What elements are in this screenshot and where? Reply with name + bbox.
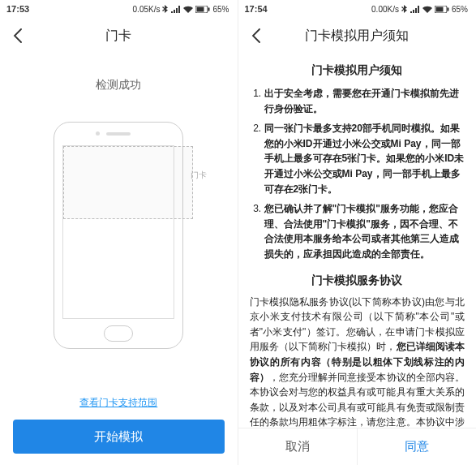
dialog-footer: 取消 同意: [238, 428, 477, 465]
signal-icon: [410, 6, 420, 13]
battery-icon: [195, 6, 210, 13]
wifi-icon: [183, 6, 193, 13]
left-footer: 查看门卡支持范围 开始模拟: [0, 396, 238, 465]
battery-icon: [435, 6, 449, 13]
agreement-heading: 门卡模拟服务协议: [250, 273, 465, 288]
net-speed: 0.00K/s: [371, 5, 399, 14]
svg-rect-1: [197, 6, 204, 11]
back-button[interactable]: [247, 26, 266, 45]
svg-rect-4: [435, 6, 443, 11]
page-title: 门卡模拟用户须知: [305, 28, 409, 45]
svg-rect-5: [447, 7, 448, 11]
agree-button[interactable]: 同意: [358, 428, 476, 465]
support-range-link[interactable]: 查看门卡支持范围: [13, 396, 225, 410]
bluetooth-icon: [401, 5, 408, 13]
svg-rect-2: [208, 7, 210, 11]
page-title: 门卡: [105, 28, 131, 45]
right-screen: 17:54 0.00K/s 65% 门卡模拟用户须知 门卡模拟用户须知: [238, 0, 477, 465]
status-bar: 17:54 0.00K/s 65%: [238, 0, 477, 18]
home-button-icon: [104, 325, 133, 342]
phone-speaker-icon: [106, 132, 131, 136]
header: 门卡模拟用户须知: [238, 18, 477, 54]
net-speed: 0.05K/s: [133, 5, 161, 14]
status-bar: 17:53 0.05K/s 65%: [0, 0, 238, 18]
detect-status: 检测成功: [96, 78, 141, 93]
notice-item: 出于安全考虑，需要您在开通门卡模拟前先进行身份验证。: [264, 86, 465, 116]
left-body: 检测成功 门卡: [0, 54, 238, 396]
battery-percent: 65%: [452, 5, 468, 14]
battery-percent: 65%: [212, 5, 229, 14]
card-label: 门卡: [191, 170, 207, 181]
status-time: 17:53: [6, 4, 29, 14]
cancel-button[interactable]: 取消: [238, 428, 358, 465]
agreement-para: 门卡模拟隐私服务协议(以下简称本协议)由您与北京小米支付技术有限公司（以下简称"…: [250, 295, 465, 428]
status-right: 0.05K/s 65%: [133, 5, 231, 14]
notice-item: 同一张门卡最多支持20部手机同时模拟。如果您的小米ID开通过小米公交或Mi Pa…: [264, 121, 465, 196]
start-simulate-button[interactable]: 开始模拟: [13, 420, 225, 454]
status-time: 17:54: [245, 4, 268, 14]
wifi-icon: [422, 6, 432, 13]
back-button[interactable]: [8, 26, 28, 45]
phone-camera-icon: [96, 131, 100, 136]
phone-screen-area: 门卡: [62, 145, 174, 319]
notice-content[interactable]: 门卡模拟用户须知 出于安全考虑，需要您在开通门卡模拟前先进行身份验证。 同一张门…: [238, 54, 477, 428]
notice-heading: 门卡模拟用户须知: [250, 63, 465, 78]
phone-illustration: 门卡: [54, 122, 183, 349]
signal-icon: [171, 6, 181, 13]
header: 门卡: [0, 18, 238, 54]
bluetooth-icon: [162, 5, 169, 13]
notice-list: 出于安全考虑，需要您在开通门卡模拟前先进行身份验证。 同一张门卡最多支持20部手…: [250, 86, 465, 262]
left-screen: 17:53 0.05K/s 65% 门卡 检测成功: [0, 0, 238, 465]
notice-item: 您已确认并了解"门卡模拟"服务功能，您应合理、合法使用"门卡模拟"服务，因不合理…: [264, 201, 465, 261]
card-area: 门卡: [63, 146, 193, 219]
status-right: 0.00K/s 65%: [371, 5, 470, 14]
